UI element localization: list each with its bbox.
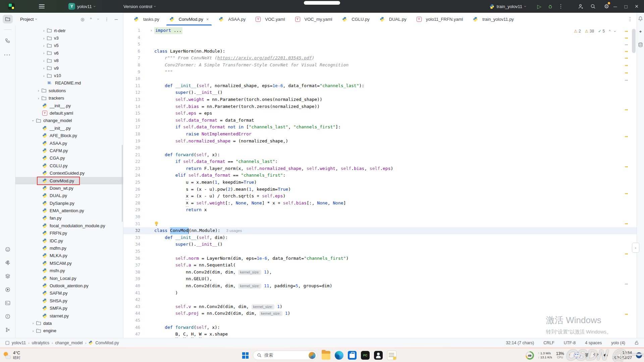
tree-item-fan.py[interactable]: fan.py [15, 215, 123, 222]
tree-item-Non_Local.py[interactable]: Non_Local.py [15, 275, 123, 282]
code-line-22[interactable]: 22 if self.data_format == "channels_last… [123, 158, 637, 165]
code-line-13[interactable]: 13 self.weight = nn.Parameter(torch.ones… [123, 96, 637, 103]
tree-item-__init__.py[interactable]: __init__.py [15, 124, 123, 132]
code-line-7[interactable]: 7 r""" From ConvNeXt (https://arxiv.org/… [123, 55, 637, 62]
database-toolwindow-button[interactable] [638, 42, 643, 47]
code-line-37[interactable]: 37 self.a = nn.Sequential( [123, 262, 637, 269]
tab-ASAA.py[interactable]: ASAA.py [214, 13, 251, 25]
tree-item-engine[interactable]: ›engine [15, 327, 123, 335]
tree-item-CGLU.py[interactable]: CGLU.py [15, 162, 123, 169]
ai-assistant-button[interactable]: ✦ [639, 29, 642, 34]
code-line-39[interactable]: 39 nn.GELU(), [123, 276, 637, 283]
hidden-toolwindow-handle[interactable]: ‹ [632, 243, 639, 253]
tree-item-MSCAM.py[interactable]: MSCAM.py [15, 259, 123, 267]
more-actions-button[interactable]: ⋮ [558, 0, 564, 13]
line-number[interactable]: 20 [123, 144, 148, 152]
run-button[interactable]: ▷ [537, 0, 541, 13]
line-number[interactable]: 5 [123, 41, 148, 48]
settings-button[interactable]: ⚙ [604, 0, 609, 13]
close-button[interactable]: × [632, 0, 641, 13]
tree-item-v10[interactable]: ›v10 [15, 72, 123, 79]
inspection-mark[interactable] [625, 58, 628, 59]
tree-item-Down_wt.py[interactable]: Down_wt.py [15, 184, 123, 192]
line-number[interactable]: 33 [123, 234, 148, 241]
cpu-widget[interactable]: 13% CPU [556, 352, 564, 359]
inspection-mark[interactable] [625, 314, 628, 315]
tray-app-icon[interactable] [574, 352, 581, 359]
screen-drag-handle[interactable] [304, 1, 340, 5]
indent-style[interactable]: 4 spaces [585, 341, 602, 345]
line-number[interactable]: 6 [123, 48, 148, 55]
tree-item-IDC.py[interactable]: IDC.py [15, 237, 123, 244]
panel-options-button[interactable]: ⋮ [105, 17, 109, 22]
chevron-collapsed-icon[interactable]: › [41, 66, 47, 70]
tab-options-button[interactable]: ⋮ [628, 16, 633, 22]
tab-DUAL.py[interactable]: DUAL.py [375, 13, 412, 25]
code-line-43[interactable]: 43 self.v = nn.Conv2d(dim, dim, kernel_s… [123, 303, 637, 310]
tree-item-Outlook_atention.py[interactable]: Outlook_atention.py [15, 282, 123, 289]
code-line-6[interactable]: 6class LayerNorm(nn.Module): [123, 48, 637, 55]
inspection-widget[interactable]: ⚠ 2 ⚠ 38 ✓ 5 ^ › [574, 29, 616, 34]
problems-toolwindow-button[interactable] [4, 313, 11, 320]
line-number[interactable]: 9 [123, 69, 148, 76]
line-number[interactable]: 37 [123, 262, 148, 269]
line-number[interactable]: 43 [123, 303, 148, 310]
taskbar-search[interactable]: 搜索 [253, 351, 317, 360]
tree-item-MLKA.py[interactable]: MLKA.py [15, 252, 123, 259]
tree-item-ConvMod.py[interactable]: ConvMod.py [15, 177, 123, 184]
line-number[interactable]: 10 [123, 75, 148, 82]
tab-yolo11_FRFN.yaml[interactable]: Yyolo11_FRFN.yaml [412, 13, 468, 25]
performance-gauge[interactable]: 49 [526, 351, 534, 360]
python-interpreter[interactable]: yolo (4) [611, 341, 625, 345]
tree-item-SHSA.py[interactable]: SHSA.py [15, 297, 123, 304]
code-line-35[interactable]: 35 [123, 248, 637, 255]
code-line-20[interactable]: 20 [123, 144, 637, 152]
tree-item-CAFM.py[interactable]: CAFM.py [15, 147, 123, 154]
tree-item-v9[interactable]: ›v9 [15, 64, 123, 72]
line-number[interactable]: 11 [123, 82, 148, 89]
line-number[interactable]: 14 [123, 103, 148, 110]
line-number[interactable]: 19 [123, 138, 148, 145]
line-number[interactable]: 46 [123, 324, 148, 331]
close-tab-icon[interactable]: × [206, 17, 209, 22]
start-button[interactable] [242, 352, 249, 359]
run-configuration[interactable]: train_yolov11 › [489, 0, 526, 13]
file-encoding[interactable]: UTF-8 [564, 341, 576, 345]
inspection-mark[interactable] [625, 38, 628, 39]
tree-item-AFE_Block.py[interactable]: AFE_Block.py [15, 132, 123, 139]
inspection-mark[interactable] [625, 136, 628, 137]
tree-item-rt-detr[interactable]: ›rt-detr [15, 27, 123, 34]
services-toolwindow-button[interactable] [4, 273, 11, 280]
line-number[interactable]: 25 [123, 179, 148, 186]
readonly-toggle[interactable] [635, 341, 639, 345]
chevron-collapsed-icon[interactable]: › [41, 59, 47, 63]
hide-panel-button[interactable]: ─ [115, 17, 118, 22]
line-number[interactable]: 26 [123, 186, 148, 193]
inspection-mark[interactable] [625, 31, 628, 32]
line-number[interactable]: 28 [123, 200, 148, 207]
tray-expand-button[interactable]: ^ [568, 353, 570, 358]
line-number[interactable]: 45 [123, 317, 148, 324]
code-line-40[interactable]: 40 nn.Conv2d(dim, dim, kernel_size: 11, … [123, 283, 637, 290]
tab-VOC_my.yaml[interactable]: YVOC_my.yaml [290, 13, 337, 25]
code-line-14[interactable]: 14 self.bias = nn.Parameter(torch.zeros(… [123, 103, 637, 110]
line-number[interactable]: 22 [123, 158, 148, 165]
ai-assistant-toolwindow-button[interactable] [4, 246, 11, 253]
tree-item-default.yaml[interactable]: Ydefault.yaml [15, 109, 123, 117]
chevron-collapsed-icon[interactable]: › [41, 44, 47, 48]
chevron-collapsed-icon[interactable]: › [41, 28, 47, 33]
line-number[interactable]: 38 [123, 269, 148, 276]
chevron-collapsed-icon[interactable]: › [41, 74, 47, 78]
code-line-15[interactable]: 15 self.eps = eps [123, 110, 637, 117]
tab-VOC.yaml[interactable]: YVOC.yaml [251, 13, 290, 25]
code-line-4[interactable]: 4 [123, 34, 637, 41]
tree-item-v5[interactable]: ›v5 [15, 42, 123, 49]
line-number[interactable]: 8 [123, 62, 148, 69]
tree-item-starnet.py[interactable]: starnet.py [15, 312, 123, 319]
code-line-8[interactable]: 8 Conv2Former: A Simple Transformer-Styl… [123, 62, 637, 69]
code-line-33[interactable]: 33 def __init__(self, dim): [123, 234, 637, 241]
chevron-collapsed-icon[interactable]: › [30, 329, 36, 333]
code-line-44[interactable]: 44 self.proj = nn.Conv2d(dim, dim, kerne… [123, 310, 637, 317]
inspection-mark[interactable] [625, 253, 628, 254]
code-line-18[interactable]: 18 raise NotImplementedError [123, 131, 637, 138]
